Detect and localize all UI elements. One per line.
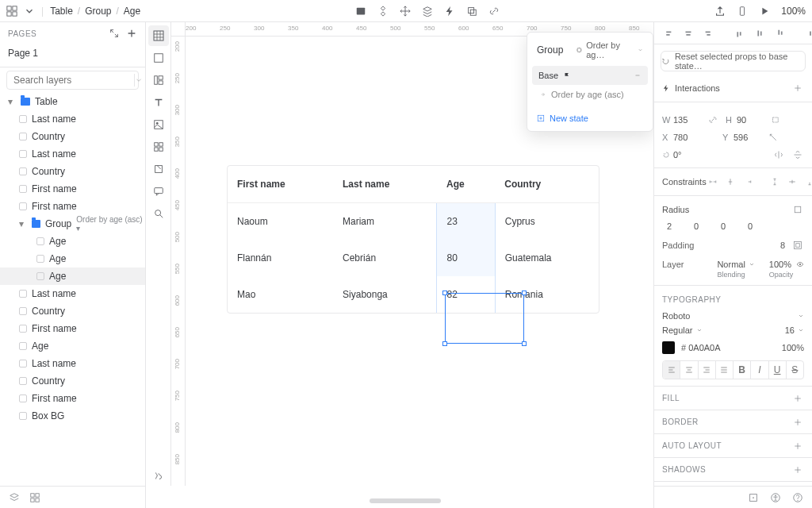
table-cell[interactable]: Cebrián: [333, 240, 437, 276]
text-strike[interactable]: S: [787, 361, 803, 379]
layer-item[interactable]: Last name: [0, 285, 145, 302]
constraint-hr-icon[interactable]: [741, 175, 754, 188]
library-icon[interactable]: [355, 6, 366, 17]
overflow-icon[interactable]: [770, 114, 783, 126]
text-underline[interactable]: U: [769, 361, 787, 379]
height-field[interactable]: H90: [726, 115, 764, 125]
reset-props-button[interactable]: Reset selected props to base state…: [661, 51, 806, 71]
table-row[interactable]: NaoumMariam23Cyprus: [228, 203, 599, 241]
layer-item[interactable]: First name: [0, 180, 145, 198]
page-item[interactable]: Page 1: [0, 44, 145, 62]
distribute-h-icon[interactable]: [805, 27, 812, 40]
text-align-center[interactable]: [680, 361, 698, 379]
align-left-icon[interactable]: [662, 27, 673, 40]
layer-item[interactable]: Age: [0, 337, 145, 355]
section-shadows[interactable]: Shadows: [654, 457, 812, 481]
play-icon[interactable]: [759, 6, 770, 17]
components-icon[interactable]: [377, 6, 389, 17]
collapse-icon[interactable]: [109, 28, 120, 39]
add-icon[interactable]: [791, 440, 804, 452]
font-weight-field[interactable]: Regular: [662, 325, 703, 335]
text-color-hex[interactable]: # 0A0A0A: [681, 343, 721, 352]
table-cell[interactable]: Flannán: [228, 240, 333, 276]
add-icon[interactable]: [791, 416, 804, 429]
accessibility-icon[interactable]: [769, 491, 782, 504]
layer-item[interactable]: Last name: [0, 110, 145, 128]
table-cell[interactable]: 23: [437, 203, 495, 241]
export-tool[interactable]: [148, 159, 169, 179]
section-auto-layout[interactable]: Auto Layout: [654, 433, 812, 457]
layout-tool[interactable]: [148, 70, 169, 90]
new-state-button[interactable]: New state: [532, 110, 648, 126]
link-icon[interactable]: [488, 6, 500, 17]
blending-field[interactable]: Normal: [717, 260, 754, 269]
popover-chip[interactable]: Order by ag…: [576, 40, 643, 60]
layer-checkbox[interactable]: [36, 237, 44, 245]
layer-checkbox[interactable]: [19, 133, 27, 140]
table-cell[interactable]: Cyprus: [495, 203, 599, 241]
export-icon[interactable]: [714, 6, 726, 17]
add-interaction-icon[interactable]: [791, 82, 804, 94]
device-icon[interactable]: [737, 6, 748, 17]
layer-item[interactable]: Last name: [0, 145, 145, 163]
flip-v-icon[interactable]: [791, 148, 804, 161]
layer-checkbox[interactable]: [19, 290, 27, 298]
layer-checkbox[interactable]: [19, 115, 27, 123]
comment-tool[interactable]: [148, 181, 169, 202]
layer-item[interactable]: First name: [0, 320, 145, 337]
align-hcenter-icon[interactable]: [683, 27, 694, 40]
layer-checkbox[interactable]: [19, 360, 27, 368]
flip-h-icon[interactable]: [772, 148, 785, 161]
text-color-opacity[interactable]: 100%: [782, 343, 804, 352]
layer-checkbox[interactable]: [19, 167, 27, 175]
help-icon[interactable]: [791, 491, 804, 504]
add-page-icon[interactable]: [126, 28, 137, 39]
layer-item[interactable]: Country: [0, 128, 145, 145]
search-layers[interactable]: [6, 71, 139, 90]
canvas[interactable]: 2002503003504004505005506006507007508008…: [171, 22, 653, 486]
add-icon[interactable]: [791, 392, 804, 405]
search-tool[interactable]: [148, 203, 169, 224]
layer-checkbox[interactable]: [19, 377, 27, 385]
align-vcenter-icon[interactable]: [754, 27, 765, 40]
layer-item[interactable]: Country: [0, 372, 145, 390]
state-item[interactable]: Order by age (asc): [532, 85, 648, 104]
y-field[interactable]: Y596: [722, 133, 760, 142]
radius-values[interactable]: 2 0 0 0: [662, 221, 804, 231]
state-base[interactable]: Base: [532, 66, 648, 85]
layer-checkbox[interactable]: [19, 202, 27, 210]
layer-folder[interactable]: ▾GroupOrder by age (asc) ▾: [0, 215, 145, 233]
image-tool[interactable]: [148, 114, 169, 135]
text-bold[interactable]: B: [733, 361, 751, 379]
constraint-h-icon[interactable]: [707, 175, 719, 188]
layer-item[interactable]: Country: [0, 302, 145, 320]
table-cell[interactable]: Siyabonga: [333, 276, 437, 313]
text-align-left[interactable]: [663, 361, 680, 379]
table-cell[interactable]: Naoum: [228, 203, 333, 241]
constraint-vb-icon[interactable]: [803, 175, 812, 188]
search-input[interactable]: [12, 74, 134, 87]
width-field[interactable]: W135: [662, 115, 700, 125]
canvas-scrollbar[interactable]: [370, 498, 441, 503]
history-icon[interactable]: [747, 491, 760, 504]
font-family-field[interactable]: Roboto: [662, 311, 804, 321]
component-tool[interactable]: [148, 137, 169, 157]
close-icon[interactable]: [634, 71, 642, 79]
search-filter-icon[interactable]: [134, 74, 143, 87]
text-tool[interactable]: [148, 92, 169, 113]
layer-checkbox[interactable]: [36, 272, 44, 280]
text-align-right[interactable]: [699, 361, 716, 379]
x-field[interactable]: X780: [662, 133, 700, 142]
text-italic[interactable]: I: [751, 361, 768, 379]
frame-tool[interactable]: [148, 25, 169, 46]
align-top-icon[interactable]: [733, 27, 745, 40]
text-color-swatch[interactable]: [662, 341, 675, 354]
layer-checkbox[interactable]: [19, 342, 27, 350]
padding-value[interactable]: 8: [780, 241, 785, 250]
layer-item[interactable]: First name: [0, 390, 145, 407]
layer-item[interactable]: Age: [0, 233, 145, 250]
rotation-field[interactable]: 0°: [662, 150, 700, 160]
table-cell[interactable]: Guatemala: [495, 240, 599, 276]
zoom-level[interactable]: 100%: [781, 6, 806, 17]
section-border[interactable]: Border: [654, 410, 812, 433]
